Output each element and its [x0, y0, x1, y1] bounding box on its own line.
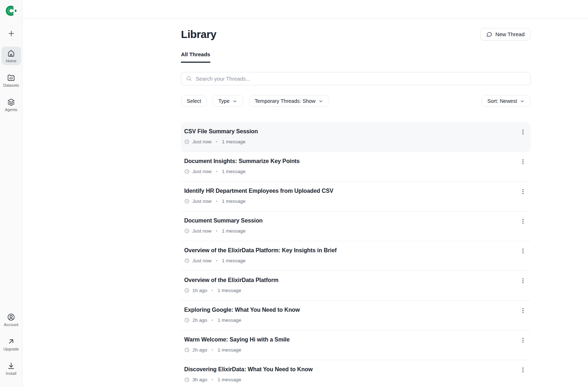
new-thread-label: New Thread	[496, 31, 525, 37]
new-thread-sidebar-button[interactable]	[6, 29, 16, 38]
meta-separator-dot	[216, 230, 217, 231]
sidebar-item[interactable]: Agents	[1, 95, 21, 114]
agents-icon	[7, 98, 15, 106]
kebab-menu-icon	[520, 218, 526, 225]
thread-meta: Just now 1 message	[184, 228, 516, 234]
thread-message-count: 1 message	[217, 288, 241, 293]
meta-separator-dot	[212, 379, 213, 380]
plus-icon	[7, 29, 15, 38]
filters-row: Select Type Temporary Threads: Show Sort…	[181, 95, 531, 107]
thread-message-count: 1 message	[222, 169, 245, 174]
thread-title: Overview of the ElixirData Platform: Key…	[184, 247, 516, 254]
kebab-menu-icon	[520, 307, 526, 314]
tabs: All Threads	[181, 51, 531, 63]
kebab-menu-icon	[520, 277, 526, 284]
upgrade-icon	[7, 337, 15, 346]
sidebar-item[interactable]: Install	[1, 359, 21, 378]
meta-separator-dot	[216, 141, 217, 142]
thread-menu-button[interactable]	[518, 276, 527, 285]
thread-row[interactable]: Discovering ElixirData: What You Need to…	[181, 360, 531, 387]
thread-row[interactable]: Overview of the ElixirData Platform 1h a…	[181, 271, 531, 301]
select-button[interactable]: Select	[181, 95, 207, 107]
meta-separator-dot	[216, 260, 217, 261]
thread-meta: Just now 1 message	[184, 258, 516, 263]
thread-title: Overview of the ElixirData Platform	[184, 276, 516, 284]
clock-icon	[184, 347, 190, 353]
meta-separator-dot	[216, 171, 217, 172]
clock-icon	[184, 139, 190, 144]
sidebar-item[interactable]: Upgrade	[1, 335, 21, 353]
thread-meta: 1h ago 1 message	[184, 288, 516, 293]
install-icon	[7, 362, 15, 370]
sidebar-item[interactable]: Datasets	[1, 71, 21, 90]
thread-menu-button[interactable]	[518, 335, 527, 345]
clock-icon	[184, 288, 190, 293]
thread-meta: 2h ago 1 message	[184, 347, 516, 353]
thread-meta: 2h ago 1 message	[184, 317, 516, 323]
datasets-icon	[7, 73, 15, 82]
meta-separator-dot	[212, 290, 213, 291]
clock-icon	[184, 317, 190, 323]
kebab-menu-icon	[520, 188, 526, 195]
thread-message-count: 1 message	[217, 347, 241, 353]
thread-title: CSV File Summary Session	[184, 128, 516, 135]
thread-meta: 3h ago 1 message	[184, 377, 516, 382]
thread-row[interactable]: CSV File Summary Session Just now 1 mess…	[181, 122, 531, 152]
temporary-threads-filter-button[interactable]: Temporary Threads: Show	[249, 95, 329, 107]
sidebar-item-label: Upgrade	[4, 347, 19, 351]
home-icon	[7, 49, 15, 58]
thread-time: Just now	[192, 199, 211, 204]
thread-message-count: 1 message	[217, 317, 241, 323]
thread-message-count: 1 message	[222, 199, 245, 204]
type-filter-button[interactable]: Type	[212, 95, 243, 107]
kebab-menu-icon	[520, 158, 526, 165]
thread-menu-button[interactable]	[518, 246, 527, 255]
thread-menu-button[interactable]	[518, 216, 527, 226]
thread-title: Document Summary Session	[184, 217, 516, 225]
page-header: Library New Thread	[181, 28, 531, 40]
page-title: Library	[181, 28, 216, 40]
thread-title: Warm Welcome: Saying Hi with a Smile	[184, 336, 516, 344]
sidebar-nav: Home Datasets Agents	[1, 47, 21, 114]
thread-menu-button[interactable]	[518, 187, 527, 196]
sidebar-item[interactable]: Account	[1, 310, 21, 329]
thread-menu-button[interactable]	[518, 306, 527, 315]
thread-title: Exploring Google: What You Need to Know	[184, 306, 516, 314]
main-area: Library New Thread All Threads Select Ty…	[23, 0, 588, 387]
thread-title: Identify HR Department Employees from Up…	[184, 187, 516, 195]
thread-row[interactable]: Warm Welcome: Saying Hi with a Smile 2h …	[181, 330, 531, 360]
meta-separator-dot	[216, 201, 217, 202]
thread-row[interactable]: Exploring Google: What You Need to Know …	[181, 301, 531, 330]
search-box	[181, 72, 531, 85]
account-icon	[7, 313, 15, 321]
clock-icon	[184, 169, 190, 174]
thread-row[interactable]: Overview of the ElixirData Platform: Key…	[181, 241, 531, 271]
thread-menu-button[interactable]	[518, 157, 527, 166]
thread-message-count: 1 message	[222, 139, 245, 144]
sidebar-item[interactable]: Home	[1, 47, 21, 65]
thread-row[interactable]: Identify HR Department Employees from Up…	[181, 182, 531, 211]
brand-logo-icon	[5, 5, 17, 16]
sort-button[interactable]: Sort: Newest	[482, 95, 531, 107]
new-thread-button[interactable]: New Thread	[480, 28, 531, 40]
top-header-strip	[23, 0, 588, 19]
library-content: Library New Thread All Threads Select Ty…	[181, 28, 531, 387]
thread-meta: Just now 1 message	[184, 169, 516, 174]
thread-message-count: 1 message	[217, 377, 241, 382]
kebab-menu-icon	[520, 367, 526, 373]
thread-menu-button[interactable]	[518, 127, 527, 137]
thread-time: Just now	[192, 139, 211, 144]
thread-message-count: 1 message	[222, 228, 245, 234]
clock-icon	[184, 258, 190, 263]
meta-separator-dot	[212, 349, 213, 350]
chevron-down-icon	[318, 99, 324, 104]
tab-all-threads[interactable]: All Threads	[181, 51, 210, 63]
thread-title: Discovering ElixirData: What You Need to…	[184, 366, 516, 373]
thread-menu-button[interactable]	[518, 365, 527, 374]
search-input[interactable]	[196, 76, 526, 82]
thread-time: 2h ago	[192, 347, 207, 353]
kebab-menu-icon	[520, 337, 526, 344]
thread-row[interactable]: Document Insights: Summarize Key Points …	[181, 152, 531, 182]
thread-row[interactable]: Document Summary Session Just now 1 mess…	[181, 211, 531, 241]
chevron-down-icon	[232, 99, 238, 104]
